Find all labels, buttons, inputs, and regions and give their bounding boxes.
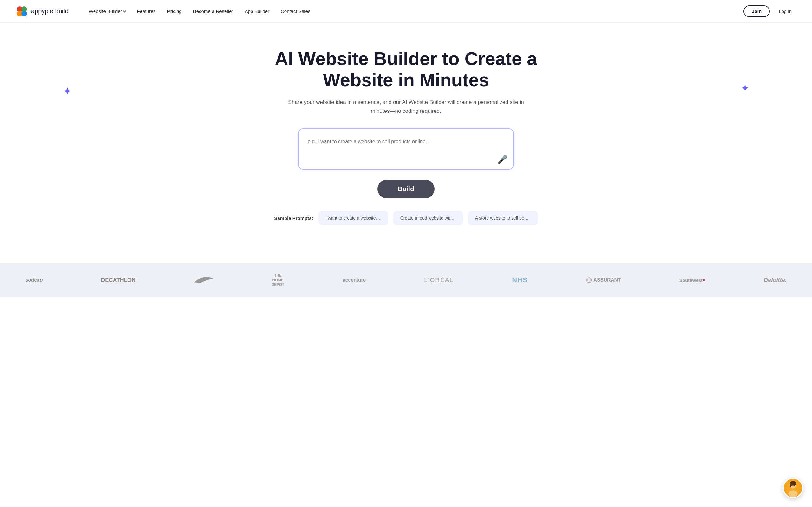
chevron-down-icon <box>123 9 126 12</box>
brand-southwest: Southwest♥ <box>679 278 705 283</box>
svg-point-9 <box>789 490 798 497</box>
logo[interactable]: appypie build <box>15 5 68 18</box>
nav-links: Website Builder Features Pricing Become … <box>84 6 744 16</box>
brands-bar: sodexo DECATHLON THEHOMEDEPOT accenture … <box>0 263 812 297</box>
hero-title: AI Website Builder to Create a Website i… <box>263 48 549 90</box>
chat-avatar[interactable] <box>783 478 803 498</box>
nav-app-builder[interactable]: App Builder <box>240 6 274 16</box>
navigation: appypie build Website Builder Features P… <box>0 0 812 23</box>
sparkle-left-icon: ✦ <box>63 86 71 97</box>
build-button[interactable]: Build <box>377 180 435 199</box>
brand-assurant: ASSURANT <box>586 277 621 283</box>
microphone-icon[interactable]: 🎤 <box>497 155 507 164</box>
brand-accenture: accenture <box>343 277 366 283</box>
logo-icon <box>15 5 29 18</box>
sparkle-right-icon: ✦ <box>741 83 749 94</box>
nav-become-reseller[interactable]: Become a Reseller <box>188 6 239 16</box>
nav-actions: Join Log in <box>744 5 797 17</box>
nav-contact-sales[interactable]: Contact Sales <box>275 6 315 16</box>
brand-sodexo: sodexo <box>26 277 43 283</box>
prompt-chip-2[interactable]: Create a food website with all s... <box>393 211 463 225</box>
svg-rect-11 <box>790 484 791 487</box>
svg-point-12 <box>792 485 792 486</box>
brand-decathlon: DECATHLON <box>101 277 136 284</box>
sample-prompts-label: Sample Prompts: <box>274 216 313 221</box>
brand-nike <box>194 274 213 287</box>
brand-loreal: L'ORÉAL <box>424 277 454 284</box>
svg-point-3 <box>21 11 27 16</box>
nav-features[interactable]: Features <box>132 6 161 16</box>
sample-prompts: Sample Prompts: I want to create a websi… <box>274 211 538 225</box>
nav-website-builder[interactable]: Website Builder <box>84 6 131 16</box>
brand-nhs: NHS <box>512 276 527 284</box>
join-button[interactable]: Join <box>744 5 770 17</box>
brand-deloitte: Deloitte. <box>764 277 786 284</box>
website-idea-input[interactable] <box>298 128 514 170</box>
login-button[interactable]: Log in <box>774 6 797 16</box>
brand-homedepot: THEHOMEDEPOT <box>271 273 284 287</box>
search-container: 🎤 <box>298 128 514 171</box>
svg-point-13 <box>794 485 795 486</box>
nav-pricing[interactable]: Pricing <box>162 6 187 16</box>
prompt-chip-1[interactable]: I want to create a website to se... <box>318 211 388 225</box>
prompt-chip-3[interactable]: A store website to sell beautiful... <box>468 211 538 225</box>
logo-text: appypie build <box>31 8 68 15</box>
hero-section: ✦ ✦ AI Website Builder to Create a Websi… <box>0 23 812 244</box>
hero-subtitle: Share your website idea in a sentence, a… <box>286 98 526 116</box>
